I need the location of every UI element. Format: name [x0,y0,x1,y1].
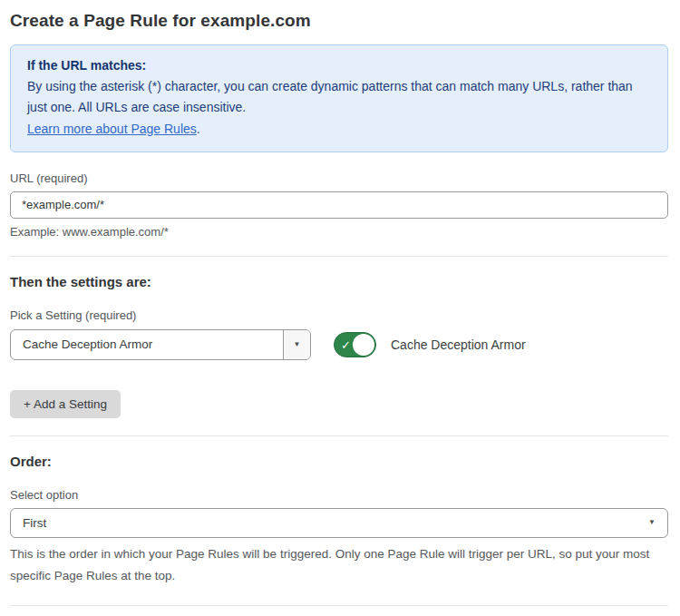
chevron-down-icon: ▼ [294,341,301,348]
setting-toggle-label: Cache Deception Armor [391,337,526,352]
url-matches-info-box: If the URL matches: By using the asteris… [10,44,668,152]
divider [10,256,668,257]
setting-select-arrow-button[interactable]: ▼ [283,330,310,359]
url-input[interactable] [10,191,668,219]
order-select[interactable]: First ▼ [10,508,668,538]
settings-section-heading: Then the settings are: [10,274,668,289]
url-example-helper: Example: www.example.com/* [10,225,668,239]
check-icon: ✓ [341,337,351,351]
divider [10,435,668,436]
setting-select-value: Cache Deception Armor [11,330,283,359]
add-setting-button[interactable]: + Add a Setting [10,390,121,418]
setting-toggle[interactable]: ✓ [334,332,376,357]
order-helper-text: This is the order in which your Page Rul… [10,543,663,588]
toggle-knob [353,334,374,356]
info-box-body-text: By using the asterisk (*) character, you… [27,79,633,114]
setting-select[interactable]: Cache Deception Armor ▼ [10,329,311,360]
order-section-heading: Order: [10,454,668,469]
divider [10,605,668,606]
order-select-label: Select option [10,488,668,502]
chevron-down-icon: ▼ [648,519,656,526]
link-suffix: . [197,122,200,136]
info-box-heading: If the URL matches: [27,55,651,76]
pick-setting-label: Pick a Setting (required) [10,308,668,322]
learn-more-link[interactable]: Learn more about Page Rules [27,122,197,136]
setting-row: Cache Deception Armor ▼ ✓ Cache Deceptio… [10,329,668,360]
order-select-value: First [23,516,46,530]
page-title: Create a Page Rule for example.com [10,11,668,31]
info-box-link-line: Learn more about Page Rules. [27,119,651,140]
info-box-body: By using the asterisk (*) character, you… [27,76,651,118]
url-field-label: URL (required) [10,171,668,185]
